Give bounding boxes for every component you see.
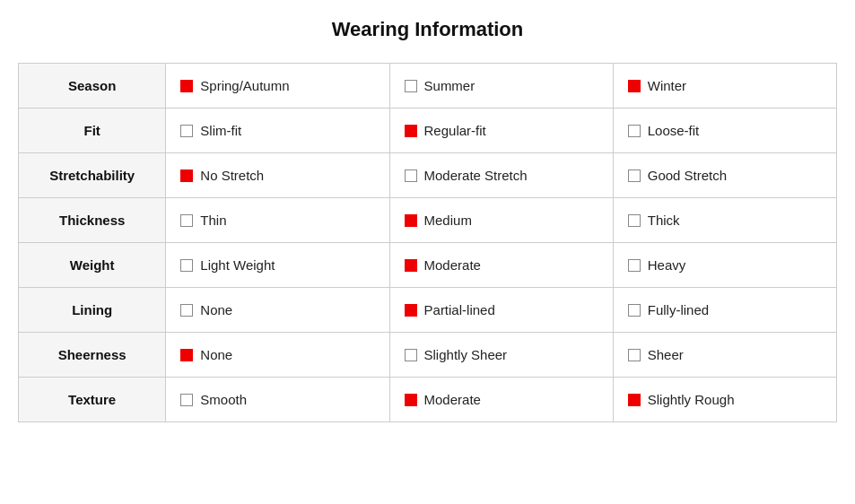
option: Loose-fit: [628, 123, 822, 138]
row-label: Texture: [19, 378, 166, 422]
row-label: Weight: [19, 243, 166, 288]
option: Spring/Autumn: [180, 78, 374, 93]
empty-indicator: [628, 169, 641, 182]
option: None: [180, 347, 374, 362]
option-label: None: [200, 302, 232, 317]
filled-indicator: [628, 394, 641, 406]
option-label: Light Weight: [200, 257, 275, 273]
option: Summer: [405, 78, 598, 93]
row-option-cell: Moderate Stretch: [389, 153, 613, 198]
empty-indicator: [628, 125, 641, 137]
row-option-cell: Moderate: [389, 243, 613, 288]
option-label: Medium: [424, 213, 472, 228]
option-label: Moderate: [424, 257, 481, 273]
option: No Stretch: [180, 168, 374, 183]
option: Moderate: [405, 257, 598, 273]
table-row: StretchabilityNo StretchModerate Stretch…: [19, 153, 837, 198]
empty-indicator: [628, 259, 641, 272]
row-option-cell: Moderate: [389, 378, 613, 422]
option-label: Thick: [648, 213, 680, 228]
wearing-info-container: Wearing Information SeasonSpring/AutumnS…: [18, 18, 837, 422]
option-label: Good Stretch: [648, 168, 727, 183]
row-option-cell: Loose-fit: [613, 109, 836, 153]
option: Slightly Sheer: [405, 347, 598, 362]
empty-indicator: [180, 214, 193, 227]
option: Partial-lined: [405, 302, 598, 317]
row-option-cell: Smooth: [166, 378, 389, 422]
row-option-cell: Heavy: [613, 243, 836, 288]
info-table: SeasonSpring/AutumnSummerWinterFitSlim-f…: [18, 63, 837, 422]
empty-indicator: [628, 304, 641, 317]
option: Thin: [180, 213, 374, 228]
empty-indicator: [405, 80, 417, 92]
row-label: Season: [19, 64, 166, 109]
option-label: Loose-fit: [648, 123, 700, 138]
option: Regular-fit: [405, 123, 598, 138]
filled-indicator: [405, 125, 417, 137]
row-option-cell: Thick: [613, 198, 836, 243]
option: Light Weight: [180, 257, 374, 273]
option-label: Slightly Sheer: [424, 347, 508, 362]
option-label: Winter: [648, 78, 686, 93]
row-label: Lining: [19, 288, 166, 333]
option-label: Partial-lined: [424, 302, 495, 317]
option: Smooth: [180, 392, 374, 407]
option: Slim-fit: [180, 123, 374, 138]
option: Heavy: [628, 257, 822, 273]
row-option-cell: Fully-lined: [613, 288, 836, 333]
filled-indicator: [405, 394, 417, 406]
row-option-cell: Slightly Sheer: [389, 333, 613, 378]
row-label: Fit: [19, 109, 166, 153]
row-option-cell: None: [166, 288, 389, 333]
row-label: Sheerness: [19, 333, 166, 378]
row-option-cell: Winter: [613, 64, 836, 109]
row-option-cell: Medium: [389, 198, 613, 243]
filled-indicator: [180, 169, 193, 182]
option-label: Fully-lined: [648, 302, 709, 317]
table-row: FitSlim-fitRegular-fitLoose-fit: [19, 109, 837, 153]
row-option-cell: Regular-fit: [389, 109, 613, 153]
option-label: Thin: [200, 213, 226, 228]
option: Medium: [405, 213, 598, 228]
option-label: Spring/Autumn: [200, 78, 289, 93]
empty-indicator: [180, 125, 193, 137]
option-label: None: [200, 347, 232, 362]
row-option-cell: Thin: [166, 198, 389, 243]
row-option-cell: Slightly Rough: [613, 378, 836, 422]
row-option-cell: Good Stretch: [613, 153, 836, 198]
empty-indicator: [180, 259, 193, 272]
option: Fully-lined: [628, 302, 822, 317]
row-label: Thickness: [19, 198, 166, 243]
option: Sheer: [628, 347, 822, 362]
table-row: LiningNonePartial-linedFully-lined: [19, 288, 837, 333]
option-label: Summer: [424, 78, 475, 93]
option-label: Moderate: [424, 392, 481, 407]
row-label: Stretchability: [19, 153, 166, 198]
option: Winter: [628, 78, 822, 93]
option: Slightly Rough: [628, 392, 822, 407]
row-option-cell: Partial-lined: [389, 288, 613, 333]
filled-indicator: [405, 304, 417, 317]
table-row: TextureSmoothModerateSlightly Rough: [19, 378, 837, 422]
option-label: Heavy: [648, 257, 686, 273]
table-row: ThicknessThinMediumThick: [19, 198, 837, 243]
option: Good Stretch: [628, 168, 822, 183]
filled-indicator: [180, 349, 193, 361]
option-label: Sheer: [648, 347, 684, 362]
empty-indicator: [628, 349, 641, 361]
row-option-cell: Sheer: [613, 333, 836, 378]
filled-indicator: [180, 80, 193, 92]
empty-indicator: [405, 349, 417, 361]
page-title: Wearing Information: [18, 18, 837, 41]
row-option-cell: Spring/Autumn: [166, 64, 389, 109]
option-label: Slightly Rough: [648, 392, 735, 407]
filled-indicator: [628, 80, 641, 92]
empty-indicator: [405, 169, 417, 182]
option: Moderate: [405, 392, 598, 407]
option-label: Regular-fit: [424, 123, 486, 138]
row-option-cell: Slim-fit: [166, 109, 389, 153]
row-option-cell: Summer: [389, 64, 613, 109]
option-label: Smooth: [200, 392, 247, 407]
option: Thick: [628, 213, 822, 228]
table-row: SheernessNoneSlightly SheerSheer: [19, 333, 837, 378]
